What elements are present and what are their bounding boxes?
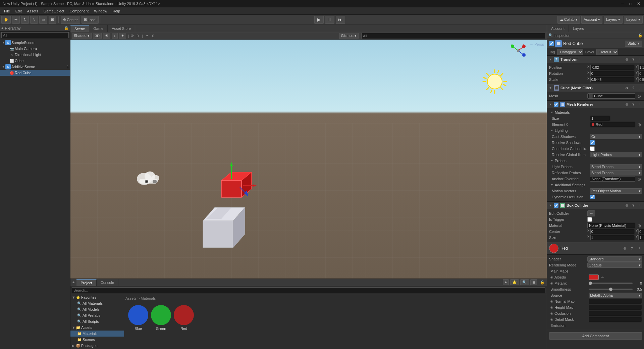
inspector-lock-icon[interactable]: 🔒 [638,33,643,38]
hierarchy-add-button[interactable]: + [1,26,3,30]
menu-gameobject[interactable]: GameObject [41,7,67,15]
scene-search-input[interactable] [361,33,545,39]
project-item-all-materials[interactable]: 🔍 All Materials [70,300,124,306]
tree-item-directional-light[interactable]: ☀ Directional Light [0,52,70,58]
component-transform-header[interactable]: ▼ T Transform ⚙ ? ⋮ [547,56,644,63]
normal-map-slot[interactable] [589,299,642,304]
receive-gi-dropdown[interactable]: Light Probes ▾ [590,152,642,157]
component-box-collider-header[interactable]: ▼ ⬜ Box Collider ⚙ ? ⋮ [547,202,644,209]
size-input[interactable] [590,116,610,121]
mesh-renderer-enabled[interactable] [554,102,558,107]
size-y-input[interactable] [638,235,644,240]
tool-scale[interactable]: ⤡ [30,16,38,24]
account-dropdown[interactable]: Account ▾ [581,16,602,24]
tool-multi[interactable]: ⊞ [49,16,56,24]
component-settings-icon[interactable]: ⚙ [624,85,629,91]
project-item-scenes[interactable]: 📁 Scenes [70,337,124,343]
center-x-input[interactable] [590,229,635,234]
size-x-input[interactable] [590,235,635,240]
material-menu-icon[interactable]: ⋮ [637,246,642,251]
static-button[interactable]: Static ▾ [625,41,642,47]
component-info-icon[interactable]: ? [631,102,636,107]
tab-account[interactable]: Account [547,25,569,32]
height-map-slot[interactable] [589,305,642,310]
tree-item-red-cube[interactable]: 🔴 Red Cube [0,70,70,76]
tool-move[interactable]: ✛ [12,16,20,24]
component-settings-icon[interactable]: ⚙ [624,102,629,107]
edit-collider-button[interactable]: ✏ [587,210,595,216]
light-probes-dropdown[interactable]: Blend Probes ▾ [590,164,642,169]
project-item-favorites[interactable]: ▼ ⭐ Favorites [70,294,124,300]
component-menu-icon[interactable]: ⋮ [637,203,643,208]
minimize-button[interactable]: ─ [620,1,625,6]
dynamic-occlusion-checkbox[interactable] [590,195,595,199]
collab-button[interactable]: ☁ Collab ▾ [557,16,580,24]
component-info-icon[interactable]: ? [631,85,636,91]
bottom-add-button[interactable]: + [70,279,76,286]
cast-shadows-dropdown[interactable]: On ▾ [590,134,642,139]
asset-blue[interactable]: Blue [128,305,148,331]
box-collider-enabled[interactable] [554,203,558,208]
project-item-all-models[interactable]: 🔍 All Models [70,306,124,312]
menu-edit[interactable]: Edit [13,7,24,15]
space-button[interactable]: ⊞ Local [82,16,99,24]
tree-item-additivescene[interactable]: ▼ S AdditiveScene 1 [0,64,70,70]
fx-toggle[interactable]: ✦ [119,33,126,39]
dimension-button[interactable]: 3D [93,33,102,39]
component-menu-icon[interactable]: ⋮ [637,102,643,107]
shading-dropdown[interactable]: Shaded ▾ [72,33,92,39]
rotation-x-input[interactable] [590,71,635,76]
rendering-mode-dropdown[interactable]: Opaque ▾ [587,262,642,268]
component-menu-icon[interactable]: ⋮ [637,57,643,62]
albedo-edit-icon[interactable]: ✏ [600,275,605,280]
tree-item-samplescene[interactable]: ▼ S SampleScene [0,40,70,46]
tab-scene[interactable]: Scene [70,25,89,32]
is-trigger-checkbox[interactable] [587,217,592,222]
position-y-input[interactable] [638,65,644,70]
lighting-section-header[interactable]: ▼ Lighting [549,128,642,134]
project-tool-1[interactable]: + [503,279,509,285]
source-dropdown[interactable]: Metallic Alpha ▾ [589,293,642,298]
step-button[interactable]: ⏭ [336,16,345,24]
project-tool-2[interactable]: ⭐ [510,279,519,285]
tool-rect[interactable]: ▭ [39,16,47,24]
project-tool-4[interactable]: ⊞ [530,279,537,285]
anchor-override-ref[interactable]: None (Transform) [590,176,635,182]
tree-item-main-camera[interactable]: 📷 Main Camera [0,46,70,52]
mesh-ref[interactable]: ⬛ Cube [587,93,635,99]
project-item-assets[interactable]: ▼ 📁 Assets [70,325,124,331]
albedo-color-swatch[interactable] [589,275,599,280]
layout-dropdown[interactable]: Layout ▾ [624,16,643,24]
occlusion-slot[interactable] [589,311,642,316]
project-item-materials[interactable]: 📁 Materials [70,331,124,337]
element0-ref[interactable]: Red [590,122,635,127]
tree-item-cube[interactable]: ⬜ Cube [0,58,70,64]
asset-green[interactable]: Green [151,305,171,331]
center-y-input[interactable] [638,229,644,234]
collider-material-ref[interactable]: None (Physic Material) [587,223,635,228]
component-info-icon[interactable]: ? [631,203,636,208]
pause-button[interactable]: ⏸ [325,16,334,24]
contribute-gi-checkbox[interactable] [590,146,595,151]
light-toggle[interactable]: ☀ [103,33,110,39]
asset-red[interactable]: Red [174,305,194,331]
anchor-select-icon[interactable]: ◎ [637,177,642,181]
additional-settings-header[interactable]: ▼ Additional Settings [549,182,642,188]
component-menu-icon[interactable]: ⋮ [637,85,643,91]
project-item-all-scripts[interactable]: 🔍 All Scripts [70,318,124,325]
tab-console[interactable]: Console [97,279,118,286]
axis-gizmo[interactable]: X Y Z [510,42,527,59]
receive-shadows-checkbox[interactable] [590,140,595,145]
rotation-y-input[interactable] [638,71,644,76]
component-mesh-filter-header[interactable]: ▼ ⬛ Cube (Mesh Filter) ⚙ ? ⋮ [547,84,644,92]
material-info-icon[interactable]: ? [629,246,635,251]
materials-section-header[interactable]: ▼ Materials [549,109,642,115]
menu-assets[interactable]: Assets [24,7,41,15]
project-search-input[interactable] [72,287,545,293]
tab-layers-panel[interactable]: Layers [569,25,588,32]
lock-icon[interactable]: 🔒 [538,279,547,286]
menu-file[interactable]: File [1,7,13,15]
motion-vectors-dropdown[interactable]: Per Object Motion ▾ [590,188,642,194]
audio-toggle[interactable]: ♪ [112,33,118,39]
scene-viewport[interactable]: ← Persp X Y Z [70,40,547,279]
